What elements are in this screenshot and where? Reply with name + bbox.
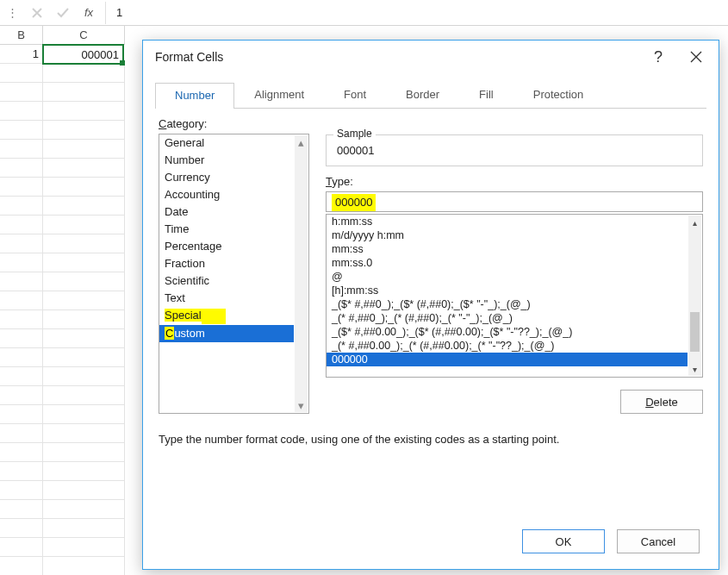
scroll-down-icon[interactable]: ▾	[688, 362, 701, 376]
category-item[interactable]: Currency	[159, 169, 294, 186]
cell[interactable]	[43, 234, 125, 253]
cell[interactable]	[0, 443, 43, 462]
category-item[interactable]: Scientific	[159, 272, 294, 290]
category-item[interactable]: Date	[159, 203, 294, 221]
cell[interactable]	[43, 291, 125, 310]
cell[interactable]	[0, 557, 43, 575]
cell[interactable]	[0, 386, 43, 405]
cell[interactable]	[43, 197, 125, 216]
cell[interactable]	[43, 348, 125, 367]
cell[interactable]	[43, 64, 125, 83]
cell[interactable]	[43, 253, 125, 272]
tab-border[interactable]: Border	[386, 82, 459, 108]
code-item-selected[interactable]: 000000	[327, 353, 688, 366]
cell[interactable]	[43, 121, 125, 140]
scroll-track[interactable]	[688, 229, 701, 362]
dialog-titlebar[interactable]: Format Cells ?	[143, 41, 719, 73]
cell[interactable]	[0, 348, 43, 367]
cell[interactable]	[43, 140, 125, 159]
code-item[interactable]: mm:ss.0	[327, 256, 688, 270]
delete-button[interactable]: Delete	[620, 390, 703, 414]
category-list[interactable]: General Number Currency Accounting Date …	[159, 134, 309, 414]
scrollbar[interactable]: ▴ ▾	[295, 135, 308, 412]
category-item[interactable]: General	[159, 134, 294, 152]
cell[interactable]	[0, 519, 43, 538]
cell[interactable]	[43, 405, 125, 424]
cell[interactable]	[0, 462, 43, 481]
cell[interactable]	[0, 121, 43, 140]
cell[interactable]	[0, 405, 43, 424]
cell[interactable]	[0, 102, 43, 121]
cell[interactable]	[0, 64, 43, 83]
cell[interactable]	[43, 367, 125, 386]
confirm-entry-icon[interactable]	[50, 0, 76, 26]
cell[interactable]	[43, 557, 125, 575]
type-input[interactable]: 000000	[326, 191, 703, 212]
category-item[interactable]: Number	[159, 152, 294, 169]
code-item[interactable]: h:mm:ss	[327, 215, 688, 228]
tab-font[interactable]: Font	[324, 82, 386, 108]
cell[interactable]	[0, 500, 43, 519]
cell[interactable]	[0, 140, 43, 159]
code-item[interactable]: _($* #,##0_);_($* (#,##0);_($* "-"_);_(@…	[327, 297, 688, 311]
cell[interactable]	[43, 500, 125, 519]
cell[interactable]	[0, 291, 43, 310]
category-item[interactable]: Time	[159, 221, 294, 238]
cell[interactable]	[43, 424, 125, 443]
fill-handle[interactable]	[120, 60, 125, 66]
ok-button[interactable]: OK	[522, 529, 605, 553]
cell-c1[interactable]: 000001	[42, 44, 124, 65]
cancel-button[interactable]: Cancel	[617, 529, 700, 553]
code-item[interactable]: _(* #,##0_);_(* (#,##0);_(* "-"_);_(@_)	[327, 311, 688, 325]
category-item[interactable]: Percentage	[159, 238, 294, 255]
cell[interactable]	[43, 178, 125, 197]
scroll-up-icon[interactable]: ▴	[295, 135, 308, 149]
tab-alignment[interactable]: Alignment	[234, 82, 324, 108]
cell[interactable]	[43, 462, 125, 481]
cell[interactable]	[0, 329, 43, 348]
scroll-thumb[interactable]	[690, 312, 700, 352]
cancel-entry-icon[interactable]	[24, 0, 50, 26]
category-item[interactable]: Fraction	[159, 255, 294, 272]
cell[interactable]	[43, 481, 125, 500]
cell-b1[interactable]: 1	[0, 45, 43, 64]
category-item[interactable]: Accounting	[159, 186, 294, 203]
cell[interactable]	[0, 216, 43, 234]
cell[interactable]	[43, 310, 125, 329]
cell[interactable]	[43, 329, 125, 348]
cell[interactable]	[0, 83, 43, 102]
cell[interactable]	[0, 178, 43, 197]
help-button[interactable]: ?	[639, 41, 677, 73]
code-item[interactable]: _($* #,##0.00_);_($* (#,##0.00);_($* "-"…	[327, 325, 688, 339]
cell[interactable]	[43, 538, 125, 557]
cell[interactable]	[43, 102, 125, 121]
cell[interactable]	[0, 159, 43, 178]
cell[interactable]	[0, 310, 43, 329]
cell[interactable]	[0, 538, 43, 557]
cell[interactable]	[0, 253, 43, 272]
cell[interactable]	[43, 83, 125, 102]
cell[interactable]	[0, 272, 43, 291]
code-item[interactable]: [h]:mm:ss	[327, 284, 688, 297]
cell[interactable]	[43, 386, 125, 405]
cell[interactable]	[43, 272, 125, 291]
tab-number[interactable]: Number	[155, 83, 234, 109]
formula-value[interactable]: 1	[109, 6, 122, 19]
code-item[interactable]: @	[327, 270, 688, 284]
category-item[interactable]: Special	[159, 307, 294, 325]
tab-fill[interactable]: Fill	[459, 82, 513, 108]
cell[interactable]	[43, 519, 125, 538]
scrollbar[interactable]: ▴ ▾	[688, 216, 701, 376]
code-item[interactable]: mm:ss	[327, 242, 688, 256]
format-code-list[interactable]: h:mm:ss m/d/yyyy h:mm mm:ss mm:ss.0 @ [h…	[326, 214, 703, 378]
cell[interactable]	[0, 424, 43, 443]
close-button[interactable]	[677, 41, 715, 73]
cell[interactable]	[43, 443, 125, 462]
category-item[interactable]: Text	[159, 290, 294, 307]
scroll-down-icon[interactable]: ▾	[295, 398, 308, 412]
fx-icon[interactable]: fx	[76, 6, 102, 20]
cell[interactable]	[43, 216, 125, 234]
code-item[interactable]: _(* #,##0.00_);_(* (#,##0.00);_(* "-"??_…	[327, 339, 688, 353]
cell[interactable]	[43, 159, 125, 178]
column-header-c[interactable]: C	[43, 26, 125, 45]
